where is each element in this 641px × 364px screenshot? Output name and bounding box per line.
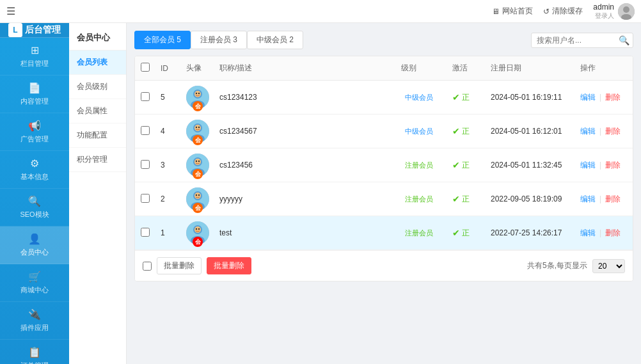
th-empty1 [364,56,396,81]
avatar [618,3,635,20]
edit-link[interactable]: 编辑 [580,126,596,137]
user-name-text: cs1234123 [219,93,257,102]
delete-link[interactable]: 删除 [605,228,621,239]
ad-icon: 📢 [28,120,41,132]
avatar-badge: 会 [193,203,203,213]
row-checkbox[interactable] [141,194,150,203]
sidebar-item-neirong[interactable]: 📄 内容管理 [0,75,69,113]
sidebar-item-huiyuan[interactable]: 👤 会员中心 [0,226,69,264]
user-name-text: yyyyyy [219,194,242,203]
level-tag: 注册会员 [401,193,437,205]
active-dot-icon: ✔ [452,126,460,136]
sidebar-item-jiben[interactable]: ⚙ 基本信息 [0,151,69,189]
sub-item-level[interactable]: 会员级别 [69,75,126,99]
active-text: 正 [462,160,470,171]
row-avatar-cell: 会 [181,216,214,250]
monitor-icon: 🖥 [492,7,500,16]
tab-all[interactable]: 全部会员 5 [134,31,191,49]
active-text: 正 [462,228,470,239]
row-active: ✔ 正 [447,115,486,148]
row-active: ✔ 正 [447,148,486,182]
delete-link[interactable]: 删除 [605,160,621,171]
bulk-select-btn[interactable]: 批量删除 [157,257,202,274]
active-dot-icon: ✔ [452,160,460,170]
sub-item-role[interactable]: 功能配置 [69,123,126,148]
active-dot-icon: ✔ [452,92,460,102]
avatar-badge: 会 [193,135,203,145]
svg-point-13 [196,127,197,128]
th-avatar: 头像 [181,56,214,81]
row-checkbox[interactable] [141,228,150,237]
action-divider: | [599,194,601,203]
search-button[interactable]: 🔍 [619,35,629,45]
svg-point-26 [198,194,200,196]
row-checkbox-cell [135,115,155,148]
th-checkbox [135,56,155,81]
site-link-btn[interactable]: 🖥 网站首页 [492,6,533,17]
hamburger-icon[interactable]: ☰ [6,5,15,17]
user-avatar: 会 [186,86,209,109]
layout: L 后台管理 ⊞ 栏目管理 📄 内容管理 📢 广告管理 ⚙ 基本信息 🔍 SEO… [0,23,641,364]
tabs-bar: 全部会员 5 注册会员 3 中级会员 2 🔍 [134,31,633,49]
row-name: cs123456 [214,148,364,182]
delete-link[interactable]: 删除 [605,92,621,103]
sidebar-item-guanggao[interactable]: 📢 广告管理 [0,113,69,151]
grid-icon: ⊞ [31,44,39,56]
clear-cache-btn[interactable]: ↺ 清除缓存 [543,6,583,17]
active-status: ✔ 正 [452,92,480,103]
row-name: test [214,216,364,250]
delete-link[interactable]: 删除 [605,126,621,137]
sub-item-attr[interactable]: 会员属性 [69,99,126,123]
delete-link[interactable]: 删除 [605,194,621,205]
row-checkbox[interactable] [141,160,150,169]
sidebar-item-seo[interactable]: 🔍 SEO模块 [0,189,69,226]
user-name-text: cs123456 [219,161,253,170]
row-checkbox-cell [135,148,155,182]
row-active: ✔ 正 [447,182,486,216]
svg-point-25 [196,194,197,196]
search-bar: 🔍 [531,33,633,48]
svg-point-8 [198,93,200,94]
row-name: cs1234123 [214,81,364,115]
footer-checkbox[interactable] [143,262,152,271]
pagination-info: 共有5条,每页显示 10 20 50 100 [527,259,625,273]
row-name: cs1234567 [214,115,364,148]
tab-mid[interactable]: 中级会员 2 [247,31,303,49]
svg-point-1 [623,6,629,13]
per-page-select[interactable]: 10 20 50 100 [592,259,625,273]
sidebar-item-chajian[interactable]: 🔌 插件应用 [0,302,69,340]
edit-link[interactable]: 编辑 [580,92,596,103]
topbar-right: 🖥 网站首页 ↺ 清除缓存 admin 登录人 [492,3,635,20]
seo-icon: 🔍 [28,195,41,207]
sub-item-list[interactable]: 会员列表 [69,51,126,75]
row-avatar-cell: 会 [181,81,214,115]
level-tag: 注册会员 [401,159,437,171]
sub-item-points[interactable]: 积分管理 [69,148,126,172]
row-checkbox[interactable] [141,126,150,135]
row-active: ✔ 正 [447,81,486,115]
edit-link[interactable]: 编辑 [580,194,596,205]
bulk-delete-btn[interactable]: 批量删除 [207,257,251,274]
row-id: 5 [155,81,181,115]
tab-reg[interactable]: 注册会员 3 [191,31,247,49]
select-all-checkbox[interactable] [141,63,150,72]
svg-point-19 [196,161,197,162]
row-date: 2024-05-01 11:32:45 [486,148,575,182]
search-input[interactable] [531,33,633,48]
edit-link[interactable]: 编辑 [580,228,596,239]
sidebar-item-dingdan[interactable]: 📋 订单管理 [0,340,69,364]
bulk-btns: 批量删除 批量删除 [157,257,251,274]
row-checkbox[interactable] [141,92,150,101]
logo-text: 后台管理 [25,24,61,36]
edit-link[interactable]: 编辑 [580,160,596,171]
th-level: 级别 [396,56,447,81]
user-avatar: 会 [186,154,209,177]
admin-block[interactable]: admin 登录人 [593,3,635,20]
th-op: 操作 [575,56,633,81]
th-active: 激活 [447,56,486,81]
sidebar-item-lanmu[interactable]: ⊞ 栏目管理 [0,38,69,75]
sidebar-item-shangcheng[interactable]: 🛒 商城中心 [0,264,69,302]
row-actions: 编辑 | 删除 [575,81,633,115]
th-date: 注册日期 [486,56,575,81]
th-name: 职称/描述 [214,56,364,81]
